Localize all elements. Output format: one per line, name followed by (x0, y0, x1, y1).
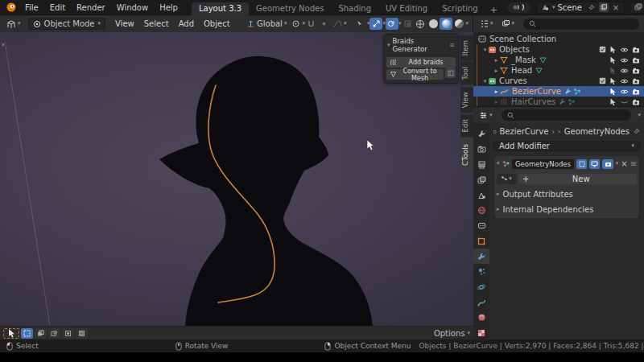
tab-render-icon[interactable] (473, 142, 489, 157)
hidden-eye-closed-icon[interactable] (620, 99, 629, 105)
tab-object-data-icon[interactable] (473, 294, 489, 310)
select-mode-subtract-button[interactable] (48, 328, 60, 339)
tab-layout[interactable]: Layout 3.3 (192, 2, 249, 15)
menu-edit[interactable]: Edit (44, 0, 71, 15)
tab-world-icon[interactable] (473, 203, 489, 218)
outliner-search[interactable] (523, 19, 639, 30)
render-camera-icon[interactable] (632, 78, 640, 84)
sidebar-tab-view[interactable]: View (460, 87, 473, 113)
hide-eye-icon[interactable] (620, 47, 629, 53)
selectable-icon[interactable] (609, 56, 617, 64)
outliner-row-curves[interactable]: ▾ Curves (473, 76, 644, 86)
snap-magnet-icon[interactable] (305, 18, 318, 30)
add-workspace-button[interactable]: + (485, 5, 502, 15)
menu-render[interactable]: Render (71, 0, 111, 15)
tab-geometry-nodes[interactable]: Geometry Nodes (249, 2, 331, 15)
pivot-point-icon[interactable] (289, 18, 302, 30)
select-mode-new-button[interactable] (21, 328, 33, 339)
mode-selector[interactable]: Object Mode ▾ (28, 18, 106, 30)
add-braids-button[interactable]: Add braids (386, 57, 456, 68)
sidebar-tab-ctools[interactable]: CTools (460, 139, 473, 171)
expand-icon[interactable]: ▸ (493, 88, 500, 95)
outliner-item-label[interactable]: Scene Collection (489, 35, 556, 43)
outliner-item-label[interactable]: BezierCurve (512, 87, 561, 96)
modifier-name-field[interactable]: GeometryNodes (512, 159, 574, 169)
tab-object-icon[interactable] (473, 233, 489, 249)
outliner-item-label[interactable]: Objects (499, 45, 530, 54)
collapse-icon[interactable]: ▾ (497, 161, 500, 167)
render-camera-icon[interactable] (632, 68, 640, 74)
options-dropdown[interactable]: Options ▾ (434, 329, 470, 338)
render-camera-icon[interactable] (632, 57, 640, 64)
tab-modifiers-icon[interactable] (473, 249, 489, 264)
realtime-display-toggle[interactable] (589, 159, 600, 169)
tab-viewlayer-icon[interactable] (473, 172, 489, 187)
shading-rendered-icon[interactable] (452, 18, 465, 30)
tab-material-icon[interactable] (473, 310, 489, 325)
expand-icon[interactable]: ▾ (481, 47, 489, 53)
drag-handle-icon[interactable]: ≡ (449, 41, 455, 49)
menu-help[interactable]: Help (154, 0, 184, 15)
node-tree-browser-button[interactable]: ▾ (497, 174, 516, 184)
add-modifier-button[interactable]: Add Modifier ▾ (493, 141, 640, 151)
scene-selector[interactable]: ▾ Scene × (536, 2, 625, 14)
editor-type-button[interactable]: ▾ (4, 19, 23, 30)
tab-scripting[interactable]: Scripting (435, 2, 485, 15)
shading-solid-icon[interactable] (427, 18, 440, 30)
tab-tool-icon[interactable] (473, 126, 489, 142)
object-type-visibility-icon[interactable] (354, 18, 367, 30)
overlays-toggle-icon[interactable] (386, 18, 398, 30)
close-icon[interactable]: × (611, 2, 621, 12)
exclude-checkbox-icon[interactable] (599, 46, 606, 53)
tab-physics-icon[interactable] (473, 279, 489, 294)
pin-icon[interactable] (587, 2, 597, 12)
selectable-disabled-icon[interactable] (609, 67, 617, 75)
edit-mode-display-toggle[interactable] (576, 159, 587, 169)
active-tool-button[interactable] (3, 328, 19, 339)
viewlayer-selector[interactable]: ▾ ViewLayer × (630, 2, 644, 14)
select-mode-intersect-button[interactable] (76, 328, 88, 339)
sidebar-tab-item[interactable]: Item (460, 35, 473, 60)
transform-orientation-selector[interactable]: Global ▾ (244, 19, 289, 29)
outliner-row-haircurves[interactable]: ▸ HairCurves (473, 97, 644, 106)
outliner-search-input[interactable] (539, 20, 634, 28)
close-modifier-icon[interactable]: × (621, 159, 627, 168)
menu-file[interactable]: File (19, 0, 44, 15)
hide-eye-icon[interactable] (620, 78, 629, 84)
new-node-tree-button[interactable]: + New (518, 174, 637, 184)
tab-scene-icon[interactable] (473, 187, 489, 203)
sidebar-tab-tool[interactable]: Tool (460, 62, 473, 85)
tab-particles-icon[interactable] (473, 264, 489, 279)
exclude-checkbox-icon[interactable] (599, 77, 606, 84)
tab-texture-icon[interactable] (473, 325, 489, 340)
blender-logo-icon[interactable] (6, 2, 17, 14)
expand-icon[interactable]: ▸ (493, 99, 500, 105)
select-mode-extend-button[interactable] (35, 328, 47, 339)
breadcrumb-modifier[interactable]: GeometryNodes (564, 127, 630, 136)
expand-icon[interactable]: ▸ (493, 57, 500, 64)
outliner-row-objects[interactable]: ▾ Objects (473, 44, 644, 55)
render-camera-icon[interactable] (632, 47, 640, 53)
tab-shading[interactable]: Shading (331, 2, 378, 15)
selectable-icon[interactable] (609, 88, 617, 96)
hide-eye-icon[interactable] (620, 88, 629, 95)
expand-icon[interactable]: ▸ (493, 68, 500, 74)
menu-window[interactable]: Window (111, 0, 154, 15)
render-camera-icon[interactable] (632, 99, 640, 105)
convert-options-button[interactable] (445, 68, 456, 78)
viewport-3d[interactable]: › ▾ Braids Generator ≡ Add braids Conver… (0, 32, 473, 339)
extras-dropdown-icon[interactable]: ▾ (616, 161, 619, 167)
selectable-icon[interactable] (609, 98, 617, 106)
outliner-item-label[interactable]: Curves (499, 76, 527, 85)
falloff-curve-icon[interactable] (331, 18, 344, 30)
tab-uv-editing[interactable]: UV Editing (378, 2, 435, 15)
menu-view[interactable]: View (110, 19, 139, 28)
gizmos-toggle-icon[interactable] (369, 18, 382, 30)
pin-icon[interactable] (633, 128, 640, 135)
outliner-row-scene-collection[interactable]: Scene Collection (473, 34, 644, 44)
new-scene-icon[interactable] (599, 2, 609, 12)
outliner-item-label[interactable]: _Mask (511, 56, 536, 64)
render-display-toggle[interactable] (602, 159, 613, 169)
outliner-item-label[interactable]: Head (511, 66, 532, 75)
outliner-editor-type-button[interactable]: ▾ (477, 19, 496, 29)
